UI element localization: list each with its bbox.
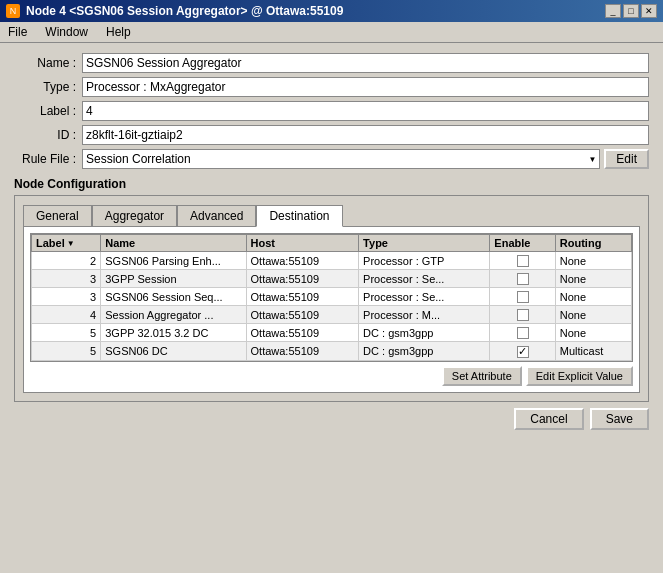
sort-icon: ▼: [67, 239, 75, 248]
table-row: 2SGSN06 Parsing Enh...Ottawa:55109Proces…: [32, 252, 632, 270]
bottom-buttons: Cancel Save: [14, 408, 649, 430]
cell-type: Processor : M...: [359, 306, 490, 324]
cell-enable: [490, 288, 555, 306]
name-label: Name :: [14, 56, 82, 70]
app-icon: N: [6, 4, 20, 18]
cell-host: Ottawa:55109: [246, 342, 359, 360]
cell-enable: [490, 270, 555, 288]
cell-enable: [490, 252, 555, 270]
cell-enable: [490, 324, 555, 342]
cell-type: DC : gsm3gpp: [359, 324, 490, 342]
close-button[interactable]: ✕: [641, 4, 657, 18]
cell-label: 3: [32, 270, 101, 288]
cell-name: 3GPP 32.015 3.2 DC: [101, 324, 246, 342]
menu-window[interactable]: Window: [41, 24, 92, 40]
cell-label: 3: [32, 288, 101, 306]
label-field[interactable]: [82, 101, 649, 121]
type-row: Type :: [14, 77, 649, 97]
cell-host: Ottawa:55109: [246, 270, 359, 288]
cell-type: Processor : Se...: [359, 270, 490, 288]
name-row: Name :: [14, 53, 649, 73]
node-config-box: General Aggregator Advanced Destination …: [14, 195, 649, 402]
id-row: ID :: [14, 125, 649, 145]
cell-host: Ottawa:55109: [246, 306, 359, 324]
type-field[interactable]: [82, 77, 649, 97]
cell-host: Ottawa:55109: [246, 324, 359, 342]
col-type: Type: [359, 235, 490, 252]
title-bar: N Node 4 <SGSN06 Session Aggregator> @ O…: [0, 0, 663, 22]
cell-label: 2: [32, 252, 101, 270]
rulefile-label: Rule File :: [14, 152, 82, 166]
col-enable: Enable: [490, 235, 555, 252]
cell-enable: ✓: [490, 342, 555, 360]
rulefile-dropdown-arrow: ▼: [588, 155, 596, 164]
edit-explicit-value-button[interactable]: Edit Explicit Value: [526, 366, 633, 386]
tab-aggregator[interactable]: Aggregator: [92, 205, 177, 227]
label-row: Label :: [14, 101, 649, 121]
cell-type: Processor : GTP: [359, 252, 490, 270]
attr-buttons: Set Attribute Edit Explicit Value: [30, 366, 633, 386]
cell-routing: Multicast: [555, 342, 631, 360]
tab-destination[interactable]: Destination: [256, 205, 342, 227]
cell-routing: None: [555, 252, 631, 270]
table-row: 53GPP 32.015 3.2 DCOttawa:55109DC : gsm3…: [32, 324, 632, 342]
cell-enable: [490, 306, 555, 324]
edit-button[interactable]: Edit: [604, 149, 649, 169]
menu-file[interactable]: File: [4, 24, 31, 40]
cell-label: 5: [32, 342, 101, 360]
cell-host: Ottawa:55109: [246, 252, 359, 270]
cell-name: SGSN06 DC: [101, 342, 246, 360]
tab-destination-content: Label ▼ Name Host Type Enable Routing: [23, 226, 640, 393]
section-title: Node Configuration: [14, 177, 649, 191]
tabs: General Aggregator Advanced Destination: [23, 204, 640, 226]
menu-bar: File Window Help: [0, 22, 663, 43]
rulefile-select[interactable]: Session Correlation ▼: [82, 149, 600, 169]
label-label: Label :: [14, 104, 82, 118]
cell-name: SGSN06 Parsing Enh...: [101, 252, 246, 270]
cell-routing: None: [555, 270, 631, 288]
set-attribute-button[interactable]: Set Attribute: [442, 366, 522, 386]
col-host: Host: [246, 235, 359, 252]
name-field[interactable]: [82, 53, 649, 73]
cell-host: Ottawa:55109: [246, 288, 359, 306]
cancel-button[interactable]: Cancel: [514, 408, 583, 430]
main-content: Name : Type : Label : ID : Rule File : S…: [0, 43, 663, 440]
save-button[interactable]: Save: [590, 408, 649, 430]
table-row: 33GPP SessionOttawa:55109Processor : Se.…: [32, 270, 632, 288]
cell-type: DC : gsm3gpp: [359, 342, 490, 360]
window-controls: _ □ ✕: [605, 4, 657, 18]
cell-name: SGSN06 Session Seq...: [101, 288, 246, 306]
destination-table: Label ▼ Name Host Type Enable Routing: [31, 234, 632, 361]
id-label: ID :: [14, 128, 82, 142]
tab-general[interactable]: General: [23, 205, 92, 227]
window-title: Node 4 <SGSN06 Session Aggregator> @ Ott…: [26, 4, 343, 18]
cell-name: 3GPP Session: [101, 270, 246, 288]
table-row: 5SGSN06 DCOttawa:55109DC : gsm3gpp✓Multi…: [32, 342, 632, 360]
cell-type: Processor : Se...: [359, 288, 490, 306]
minimize-button[interactable]: _: [605, 4, 621, 18]
cell-label: 5: [32, 324, 101, 342]
cell-routing: None: [555, 288, 631, 306]
type-label: Type :: [14, 80, 82, 94]
table-row: 4Session Aggregator ...Ottawa:55109Proce…: [32, 306, 632, 324]
cell-label: 4: [32, 306, 101, 324]
col-name: Name: [101, 235, 246, 252]
table-row: 3SGSN06 Session Seq...Ottawa:55109Proces…: [32, 288, 632, 306]
id-field[interactable]: [82, 125, 649, 145]
col-routing: Routing: [555, 235, 631, 252]
tab-advanced[interactable]: Advanced: [177, 205, 256, 227]
menu-help[interactable]: Help: [102, 24, 135, 40]
col-label: Label ▼: [32, 235, 101, 252]
maximize-button[interactable]: □: [623, 4, 639, 18]
rulefile-value: Session Correlation: [86, 152, 588, 166]
cell-name: Session Aggregator ...: [101, 306, 246, 324]
rulefile-row: Rule File : Session Correlation ▼ Edit: [14, 149, 649, 169]
cell-routing: None: [555, 324, 631, 342]
cell-routing: None: [555, 306, 631, 324]
destination-table-container: Label ▼ Name Host Type Enable Routing: [30, 233, 633, 362]
